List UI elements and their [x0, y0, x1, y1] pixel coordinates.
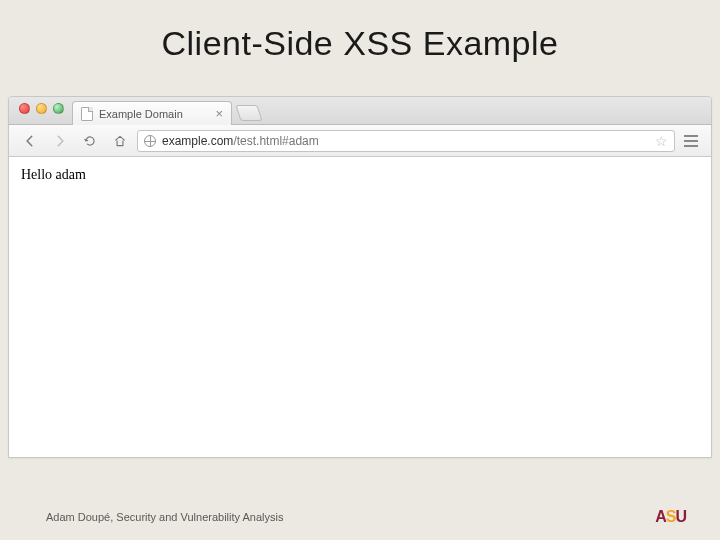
footer-author: Adam Doupé, Security and Vulnerability A… [46, 511, 283, 523]
slide-title: Client-Side XSS Example [0, 0, 720, 81]
browser-window: Example Domain × example.com/test.html#a… [8, 96, 712, 458]
slide-footer: Adam Doupé, Security and Vulnerability A… [0, 494, 720, 540]
reload-button[interactable] [77, 130, 103, 152]
tab-title: Example Domain [99, 108, 183, 120]
asu-logo-s: S [666, 508, 676, 525]
page-body-text: Hello adam [21, 167, 699, 183]
menu-icon[interactable] [679, 135, 703, 147]
bookmark-star-icon[interactable]: ☆ [655, 133, 668, 149]
page-icon [81, 107, 93, 121]
window-controls [15, 97, 72, 124]
tab-close-icon[interactable]: × [215, 107, 223, 120]
back-button[interactable] [17, 130, 43, 152]
globe-icon [144, 135, 156, 147]
close-window-icon[interactable] [19, 103, 30, 114]
forward-button[interactable] [47, 130, 73, 152]
asu-logo-u: U [675, 508, 686, 525]
page-viewport: Hello adam [9, 157, 711, 193]
tab-strip: Example Domain × [9, 97, 711, 125]
browser-toolbar: example.com/test.html#adam ☆ [9, 125, 711, 157]
address-bar[interactable]: example.com/test.html#adam ☆ [137, 130, 675, 152]
minimize-window-icon[interactable] [36, 103, 47, 114]
home-button[interactable] [107, 130, 133, 152]
url-text: example.com/test.html#adam [162, 134, 319, 148]
asu-logo-a: A [655, 508, 666, 525]
maximize-window-icon[interactable] [53, 103, 64, 114]
new-tab-button[interactable] [235, 105, 262, 121]
browser-tab[interactable]: Example Domain × [72, 101, 232, 125]
asu-logo: ASU [655, 508, 686, 526]
